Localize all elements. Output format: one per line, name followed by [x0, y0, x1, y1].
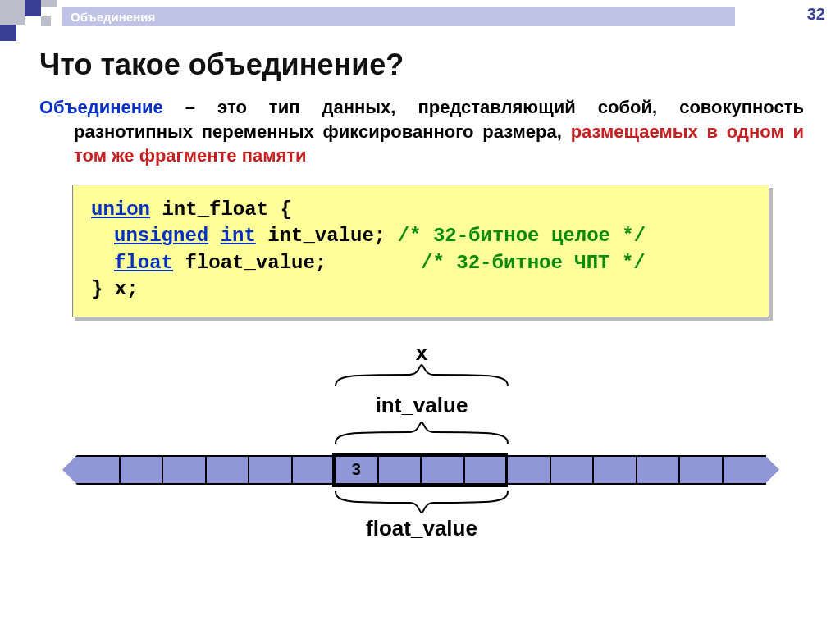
memory-cell	[162, 455, 205, 485]
keyword-int: int	[221, 225, 256, 247]
slide-content: Что такое объединение? Объединение – это…	[0, 48, 840, 562]
code-text: float_value;	[173, 252, 326, 274]
code-text: int_value;	[256, 225, 386, 247]
decor-square	[0, 0, 25, 25]
memory-row: 3	[77, 455, 766, 485]
keyword-unsigned: unsigned	[114, 225, 208, 247]
brace-icon	[327, 421, 516, 445]
keyword-union: union	[91, 198, 150, 221]
memory-cell	[636, 455, 679, 485]
memory-cell	[119, 455, 162, 485]
brace-icon	[327, 490, 516, 514]
memory-cell	[463, 455, 507, 485]
decor-square	[41, 0, 57, 7]
page-title: Что такое объединение?	[39, 48, 804, 82]
memory-cell	[592, 455, 636, 485]
code-line: float float_value; /* 32-битное ЧПТ */	[91, 250, 751, 276]
label-int-value: int_value	[39, 393, 804, 418]
code-line: unsigned int int_value; /* 32-битное цел…	[91, 223, 751, 249]
decor-square	[0, 25, 16, 41]
code-comment: /* 32-битное ЧПТ */	[421, 252, 646, 274]
memory-cell	[550, 455, 593, 485]
decor-square	[41, 16, 51, 26]
slide-header: Объединения 32	[0, 0, 840, 30]
memory-cell	[420, 455, 463, 485]
code-comment: /* 32-битное целое */	[398, 225, 646, 247]
breadcrumb-text: Объединения	[71, 10, 155, 24]
memory-cell	[722, 455, 767, 485]
memory-cell	[248, 455, 291, 485]
definition-paragraph: Объединение – это тип данных, представля…	[39, 95, 804, 168]
code-line: } x;	[91, 276, 751, 303]
brace-icon	[327, 363, 516, 388]
label-float-value: float_value	[39, 516, 804, 541]
code-line: union int_float {	[91, 197, 751, 223]
cell-value: 3	[336, 457, 377, 483]
label-x: x	[39, 340, 804, 366]
def-term: Объединение	[39, 97, 163, 117]
slide-number: 32	[807, 5, 825, 24]
decor-square	[25, 0, 41, 16]
memory-cell	[678, 455, 722, 485]
memory-diagram: x int_value 3	[39, 340, 804, 562]
memory-cell	[377, 455, 421, 485]
memory-cell	[77, 455, 119, 485]
memory-cell	[506, 455, 550, 485]
breadcrumb: Объединения	[62, 7, 735, 26]
memory-cell	[205, 455, 249, 485]
code-block: union int_float { unsigned int int_value…	[72, 185, 769, 317]
code-text: int_float {	[150, 198, 292, 221]
keyword-float: float	[114, 252, 173, 274]
memory-cell	[291, 455, 335, 485]
memory-cell: 3	[334, 455, 377, 485]
